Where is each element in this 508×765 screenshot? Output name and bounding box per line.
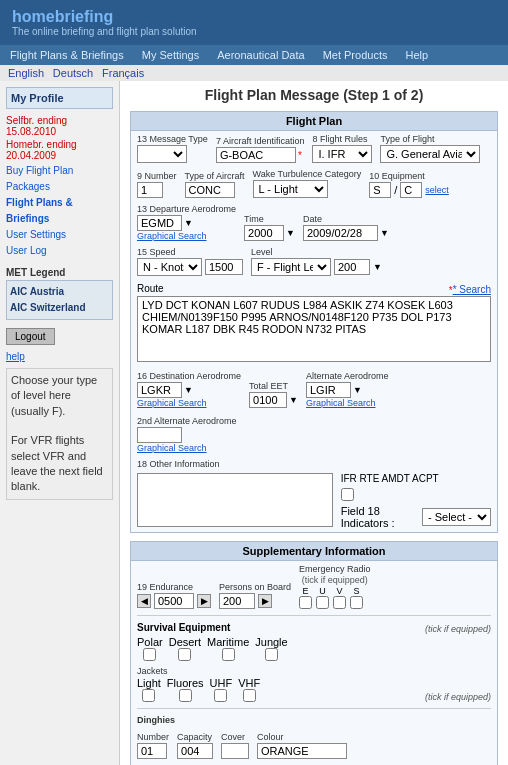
number-input[interactable] [137,182,163,198]
date-input[interactable] [303,225,378,241]
flight-plan-title: Flight Plan [131,112,497,131]
survival-desert-checkbox[interactable] [178,648,191,661]
route-area: Route * * Search LYD DCT KONAN L607 RUDU… [131,279,497,368]
message-type-select[interactable] [137,145,187,163]
jacket-light-checkbox[interactable] [142,689,155,702]
alt2-aerodrome-input[interactable] [137,427,182,443]
date-label: Date [303,214,389,224]
dest-aerodrome-input[interactable] [137,382,182,398]
ifr-checkbox[interactable] [341,488,354,501]
dinghy-cover-input[interactable] [221,743,249,759]
emergency-v-checkbox[interactable] [333,596,346,609]
lang-francais[interactable]: Français [102,67,144,79]
survival-polar-checkbox[interactable] [143,648,156,661]
emergency-e-checkbox[interactable] [299,596,312,609]
dep-aerodrome-input[interactable] [137,215,182,231]
persons-inc-button[interactable]: ▶ [258,594,272,608]
time-group: Time ▼ [244,214,295,241]
dinghy-cover-group: Cover [221,732,249,759]
endurance-inc-button[interactable]: ▶ [197,594,211,608]
dinghy-number-input[interactable] [137,743,167,759]
dinghies-label: Dinghies [137,715,175,725]
persons-input[interactable] [219,593,255,609]
emergency-u: U [316,586,329,609]
header: homebriefing The online briefing and fli… [0,0,508,45]
req-search: * * Search [449,284,491,296]
dest-aerodrome-group: 16 Destination Aerodrome ▼ Graphical Sea… [137,371,241,408]
dinghy-capacity-label: Capacity [177,732,213,742]
message-type-label: 13 Message Type [137,134,208,144]
aircraft-id-group: 7 Aircraft Identification * [216,136,305,163]
type-aircraft-input[interactable] [185,182,235,198]
route-textarea[interactable]: LYD DCT KONAN L607 RUDUS L984 ASKIK Z74 … [137,296,491,362]
sidebar-user-log[interactable]: User Log [6,243,113,259]
dinghy-colour-group: Colour [257,732,347,759]
emergency-s-checkbox[interactable] [350,596,363,609]
nav-help[interactable]: Help [405,49,428,61]
nav-met-products[interactable]: Met Products [323,49,388,61]
dinghy-colour-input[interactable] [257,743,347,759]
level-input[interactable] [334,259,370,275]
sidebar-buy-packages[interactable]: Buy Flight Plan Packages [6,163,113,195]
equipment-s-input[interactable] [369,182,391,198]
time-input[interactable] [244,225,284,241]
sidebar-user-settings[interactable]: User Settings [6,227,113,243]
expiry1: Selfbr. ending 15.08.2010 [6,115,113,137]
tick-if-equipped-3: (tick if equipped) [425,692,491,702]
logout-button[interactable]: Logout [6,328,55,345]
alt2-aerodrome-group: 2nd Alternate Aerodrome Graphical Search [137,416,237,453]
wake-turbulence-group: Wake Turbulence Category L - Light [253,169,362,198]
help-link[interactable]: help [6,351,113,362]
persons-group: Persons on Board ▶ [219,582,291,609]
endurance-input[interactable] [154,593,194,609]
dest-graphical-search[interactable]: Graphical Search [137,398,241,408]
sidebar-flight-plans[interactable]: Flight Plans & Briefings [6,195,113,227]
survival-polar: Polar [137,636,163,661]
total-eet-input[interactable] [249,392,287,408]
alt-graphical-search[interactable]: Graphical Search [306,398,389,408]
endurance-dec-button[interactable]: ◀ [137,594,151,608]
endurance-label: 19 Endurance [137,582,211,592]
speed-input[interactable] [205,259,243,275]
jacket-uhf-checkbox[interactable] [214,689,227,702]
other-info-textarea[interactable] [137,473,333,527]
flight-rules-group: 8 Flight Rules I. IFR [312,134,372,163]
dep-graphical-search[interactable]: Graphical Search [137,231,236,241]
level-label: Level [251,247,382,257]
field18-select[interactable]: - Select - [422,508,491,526]
sidebar-description: Choose your type of level here (usually … [6,368,113,500]
alt-aerodrome-input[interactable] [306,382,351,398]
nav-aeronautical-data[interactable]: Aeronautical Data [217,49,304,61]
equipment-group: 10 Equipment / select [369,171,449,198]
level-group: Level F - Flight Level ▼ [251,247,382,276]
lang-deutsch[interactable]: Deutsch [53,67,93,79]
total-eet-label: Total EET [249,381,298,391]
alt2-graphical-search[interactable]: Graphical Search [137,443,237,453]
lang-english[interactable]: English [8,67,44,79]
emergency-group: Emergency Radio (tick if equipped) E U V [299,564,371,609]
survival-jungle: Jungle [255,636,287,661]
type-of-flight-select[interactable]: G. General Aviation [380,145,480,163]
ifr-note: IFR RTE AMDT ACPT [341,473,439,484]
equipment-label: 10 Equipment [369,171,449,181]
dinghy-capacity-input[interactable] [177,743,213,759]
wake-turbulence-select[interactable]: L - Light [253,180,328,198]
nav-my-settings[interactable]: My Settings [142,49,199,61]
aircraft-id-req: * [298,150,302,161]
route-search-link[interactable]: * Search [453,284,491,295]
survival-maritime-checkbox[interactable] [222,648,235,661]
page-title: Flight Plan Message (Step 1 of 2) [130,87,498,103]
nav-flight-plans[interactable]: Flight Plans & Briefings [10,49,124,61]
speed-unit-select[interactable]: N - Knots [137,258,202,276]
survival-jungle-checkbox[interactable] [265,648,278,661]
equipment-select-link[interactable]: select [425,185,449,195]
equipment-c-input[interactable] [400,182,422,198]
jacket-vhf-checkbox[interactable] [243,689,256,702]
level-unit-select[interactable]: F - Flight Level [251,258,331,276]
flight-rules-select[interactable]: I. IFR [312,145,372,163]
emergency-u-checkbox[interactable] [316,596,329,609]
jacket-uhf: UHF [210,677,233,702]
type-aircraft-label: Type of Aircraft [185,171,245,181]
jacket-fluores-checkbox[interactable] [179,689,192,702]
aircraft-id-input[interactable] [216,147,296,163]
